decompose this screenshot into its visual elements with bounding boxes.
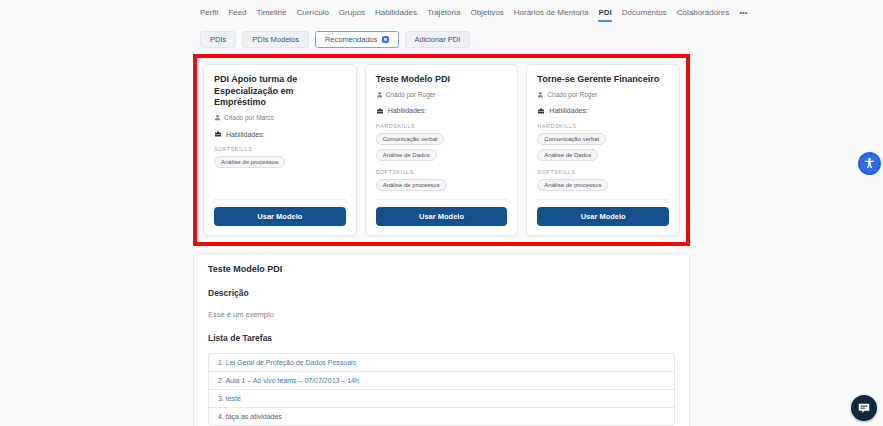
skill-tags: Análise de processos xyxy=(376,179,508,191)
tab-pdis[interactable]: PDIs xyxy=(200,31,236,48)
skill-tags: Análise de processos xyxy=(214,156,346,168)
nav-item-more[interactable]: ••• xyxy=(739,8,747,20)
card-author-label: Criado por Roger xyxy=(547,91,597,98)
nav-item-habilidades[interactable]: Habilidades xyxy=(375,8,417,20)
skill-section-heading: SOFTSKILLS xyxy=(537,169,669,175)
pdi-model-card: Torne-se Gerente Financeiro Criado por R… xyxy=(526,64,680,236)
pdi-page: Perfil Feed Timeline Currículo Grupos Ha… xyxy=(0,0,883,426)
skill-tag: Análise de Dados xyxy=(376,149,437,161)
task-item[interactable]: 2. Aula 1 – Ao vivo teams – 07/07/2013 –… xyxy=(208,371,675,390)
card-skills-line: Habilidades: xyxy=(537,107,669,115)
card-divider xyxy=(214,199,346,200)
pdi-model-card: Teste Modelo PDI Criado por Roger Habili… xyxy=(365,64,519,236)
task-list: 1. Lei Geral de Proteção de Dados Pessoa… xyxy=(208,353,675,426)
nav-item-colaboradores[interactable]: Colaboradores xyxy=(677,8,729,20)
card-author: Criado por Marco xyxy=(214,114,346,121)
nav-item-curriculo[interactable]: Currículo xyxy=(296,8,328,20)
task-item[interactable]: 1. Lei Geral de Proteção de Dados Pessoa… xyxy=(208,353,675,372)
skill-section-heading: HARDSKILLS xyxy=(376,123,508,129)
card-footer: Usar Modelo xyxy=(537,191,669,226)
briefcase-icon xyxy=(214,130,222,138)
card-footer: Usar Modelo xyxy=(376,191,508,226)
description-text: Esse é um exemplo xyxy=(208,310,675,319)
card-author-label: Criado por Marco xyxy=(224,114,274,121)
card-skills-label: Habilidades: xyxy=(549,107,588,114)
card-divider xyxy=(537,199,669,200)
blue-badge-icon xyxy=(382,36,389,43)
pdi-tab-row: PDIs PDIs Modelos Recomendados Adicionar… xyxy=(193,31,690,48)
use-model-button[interactable]: Usar Modelo xyxy=(376,207,508,226)
card-divider xyxy=(376,199,508,200)
nav-item-horarios-mentoria[interactable]: Horários de Mentoria xyxy=(514,8,589,20)
nav-item-pdi[interactable]: PDI xyxy=(598,8,611,22)
skill-tag: Análise de processos xyxy=(214,156,285,168)
skill-section-heading: SOFTSKILLS xyxy=(214,146,346,152)
card-footer: Usar Modelo xyxy=(214,191,346,226)
tab-pdis-modelos-label: PDIs Modelos xyxy=(252,35,299,44)
briefcase-icon xyxy=(537,107,545,115)
card-author: Criado por Roger xyxy=(537,91,669,98)
skill-section-heading: SOFTSKILLS xyxy=(376,169,508,175)
pdi-detail-card: Teste Modelo PDI Descrição Esse é um exe… xyxy=(193,253,690,426)
nav-item-documentos[interactable]: Documentos xyxy=(622,8,667,20)
chat-bubble-icon xyxy=(857,401,871,415)
card-skills-label: Habilidades: xyxy=(388,107,427,114)
main-content: Perfil Feed Timeline Currículo Grupos Ha… xyxy=(193,8,690,426)
card-skills-line: Habilidades: xyxy=(376,107,508,115)
description-heading: Descrição xyxy=(208,288,675,298)
red-highlight-annotation: PDI Apoio turma de Especialização em Emp… xyxy=(193,54,690,246)
use-model-button[interactable]: Usar Modelo xyxy=(214,207,346,226)
nav-item-feed[interactable]: Feed xyxy=(228,8,246,20)
person-icon xyxy=(376,91,383,98)
briefcase-icon xyxy=(376,107,384,115)
nav-item-timeline[interactable]: Timeline xyxy=(256,8,286,20)
skill-section-heading: HARDSKILLS xyxy=(537,123,669,129)
card-title: Teste Modelo PDI xyxy=(376,74,508,86)
use-model-button[interactable]: Usar Modelo xyxy=(537,207,669,226)
card-skills-line: Habilidades: xyxy=(214,130,346,138)
skill-tag: Análise de Dados xyxy=(537,149,598,161)
skill-tag: Análise de processos xyxy=(537,179,608,191)
tab-recomendados[interactable]: Recomendados xyxy=(315,31,399,48)
detail-title: Teste Modelo PDI xyxy=(208,264,675,274)
tasks-heading: Lista de Tarefas xyxy=(208,333,675,343)
skill-tags: Análise de processos xyxy=(537,179,669,191)
task-item[interactable]: 3. teste xyxy=(208,389,675,408)
person-icon xyxy=(537,91,544,98)
accessibility-widget-button[interactable] xyxy=(858,152,881,175)
accessibility-icon xyxy=(863,157,876,170)
card-title: Torne-se Gerente Financeiro xyxy=(537,74,669,86)
card-title: PDI Apoio turma de Especialização em Emp… xyxy=(214,74,346,109)
pdi-model-card: PDI Apoio turma de Especialização em Emp… xyxy=(203,64,357,236)
card-author-label: Criado por Roger xyxy=(386,91,436,98)
task-item[interactable]: 4. faça as atividades xyxy=(208,407,675,426)
card-author: Criado por Roger xyxy=(376,91,508,98)
skill-tag: Comunicação verbal xyxy=(376,133,445,145)
tab-pdis-modelos[interactable]: PDIs Modelos xyxy=(242,31,309,48)
top-navigation: Perfil Feed Timeline Currículo Grupos Ha… xyxy=(193,8,690,22)
chat-widget-button[interactable] xyxy=(851,395,877,421)
nav-item-grupos[interactable]: Grupos xyxy=(339,8,365,20)
nav-item-perfil[interactable]: Perfil xyxy=(200,8,218,20)
tab-adicionar-pdi-label: Adicionar PDI xyxy=(415,35,461,44)
tab-recomendados-label: Recomendados xyxy=(325,35,378,44)
tab-pdis-label: PDIs xyxy=(210,35,226,44)
skill-tag: Comunicação verbal xyxy=(537,133,606,145)
person-icon xyxy=(214,114,221,121)
nav-item-objetivos[interactable]: Objetivos xyxy=(470,8,503,20)
skill-tags: Comunicação verbal Análise de Dados xyxy=(537,133,669,161)
nav-item-trajetoria[interactable]: Trajetória xyxy=(427,8,461,20)
skill-tag: Análise de processos xyxy=(376,179,447,191)
tab-adicionar-pdi[interactable]: Adicionar PDI xyxy=(405,31,471,48)
skill-tags: Comunicação verbal Análise de Dados xyxy=(376,133,508,161)
card-skills-label: Habilidades: xyxy=(226,131,265,138)
